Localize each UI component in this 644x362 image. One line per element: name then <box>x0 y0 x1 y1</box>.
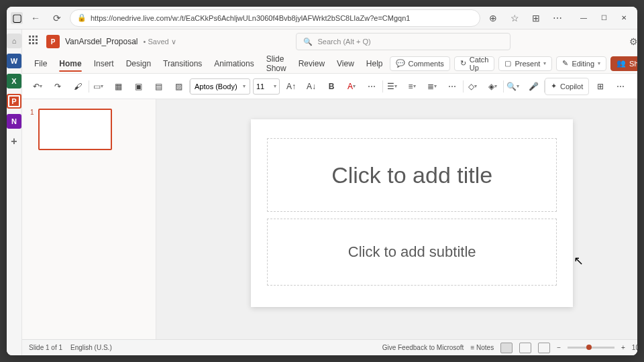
back-button[interactable]: ← <box>27 9 44 27</box>
numbering-button[interactable]: ≡▾ <box>403 78 421 95</box>
font-color-button[interactable]: A▾ <box>343 78 360 95</box>
sorter-view-button[interactable] <box>519 343 531 353</box>
zoom-out-button[interactable]: − <box>557 344 561 351</box>
close-button[interactable]: ✕ <box>614 9 633 27</box>
slide-1[interactable]: Click to add title Click to add subtitle <box>251 119 573 307</box>
zoom-in-button[interactable]: + <box>621 344 625 351</box>
rail-word-icon[interactable]: W <box>7 54 21 68</box>
read-aloud-icon[interactable]: ⊕ <box>484 9 502 27</box>
reset-button[interactable]: ▣ <box>129 78 147 95</box>
maximize-button[interactable]: ☐ <box>594 9 613 27</box>
more-commands-button[interactable]: ⋯ <box>612 78 629 95</box>
url-text: https://onedrive.live.com/w:/t/EaCKkPs6A… <box>91 14 410 22</box>
minimize-button[interactable]: ― <box>574 9 593 27</box>
document-title[interactable]: VanArsdel_Proposal <box>65 37 138 46</box>
pencil-icon: ✎ <box>562 59 568 68</box>
zoom-level[interactable]: 100% <box>632 344 637 351</box>
tab-help[interactable]: Help <box>361 56 388 71</box>
tab-view[interactable]: View <box>331 56 360 71</box>
rail-onenote-icon[interactable]: N <box>7 114 21 129</box>
title-placeholder[interactable]: Click to add title <box>267 138 557 212</box>
ribbon-toolbar: ↶▾ ↷ 🖌 ▭▾ ▦ ▣ ▤ ▨ Aptos (Body)▾ 11▾ A↑ A… <box>22 74 637 99</box>
picture-button[interactable]: ▨ <box>170 78 187 95</box>
designer-button[interactable]: ⊞ <box>592 78 609 95</box>
share-icon: 👥 <box>616 59 626 68</box>
find-button[interactable]: 🔍▾ <box>504 78 522 95</box>
editing-button[interactable]: ✎Editing▾ <box>556 56 606 71</box>
share-button[interactable]: 👥Share▾ <box>610 56 637 71</box>
tab-insert[interactable]: Insert <box>89 56 119 71</box>
format-painter-button[interactable]: 🖌 <box>69 78 87 95</box>
rail-add-icon[interactable]: + <box>7 134 21 149</box>
slide-canvas-area[interactable]: Click to add title Click to add subtitle <box>156 99 637 339</box>
zoom-slider[interactable] <box>568 347 614 349</box>
tab-design[interactable]: Design <box>121 56 156 71</box>
status-bar: Slide 1 of 1 English (U.S.) Give Feedbac… <box>22 339 637 355</box>
chevron-down-icon: ▾ <box>598 60 600 66</box>
browser-tab-favicon[interactable]: ▢ <box>11 12 23 24</box>
title-bar: P VanArsdel_Proposal • Saved ∨ 🔍 Search … <box>22 29 637 54</box>
undo-button[interactable]: ↶▾ <box>29 78 46 95</box>
normal-view-button[interactable] <box>500 343 513 353</box>
align-button[interactable]: ≣▾ <box>423 78 441 95</box>
tab-slideshow[interactable]: Slide Show <box>261 52 292 76</box>
shapes-button[interactable]: ◇▾ <box>464 78 481 95</box>
tab-transitions[interactable]: Transitions <box>158 56 207 71</box>
settings-icon[interactable]: ⚙ <box>629 36 637 47</box>
slide-counter[interactable]: Slide 1 of 1 <box>29 344 62 351</box>
address-bar[interactable]: 🔒 https://onedrive.live.com/w:/t/EaCKkPs… <box>70 9 480 27</box>
browser-toolbar: ▢ ← ⟳ 🔒 https://onedrive.live.com/w:/t/E… <box>7 7 637 29</box>
new-slide-button[interactable]: ▭▾ <box>89 78 107 95</box>
chevron-down-icon: ▾ <box>543 60 546 66</box>
bold-button[interactable]: B <box>323 78 340 95</box>
font-size-select[interactable]: 11▾ <box>253 78 280 95</box>
tab-home[interactable]: Home <box>54 56 87 71</box>
section-button[interactable]: ▤ <box>150 78 167 95</box>
copilot-icon: ✦ <box>551 82 557 90</box>
tab-review[interactable]: Review <box>293 56 330 71</box>
comment-icon: 💬 <box>396 59 405 68</box>
redo-button[interactable]: ↷ <box>49 78 66 95</box>
tab-animations[interactable]: Animations <box>209 56 259 71</box>
present-icon: ▢ <box>504 59 511 68</box>
app-launcher-icon[interactable] <box>29 36 41 48</box>
app-rail: ⌂ W X P N + <box>7 29 22 355</box>
powerpoint-logo: P <box>46 35 60 48</box>
tab-file[interactable]: File <box>29 56 52 71</box>
search-input[interactable]: 🔍 Search (Alt + Q) <box>296 33 511 50</box>
arrange-button[interactable]: ◈▾ <box>484 78 501 95</box>
font-family-select[interactable]: Aptos (Body)▾ <box>190 78 250 95</box>
lock-icon: 🔒 <box>77 13 87 22</box>
search-icon: 🔍 <box>303 38 313 46</box>
dictate-button[interactable]: 🎤 <box>525 78 542 95</box>
bullets-button[interactable]: ☰▾ <box>383 78 400 95</box>
more-font-button[interactable]: ⋯ <box>363 78 380 95</box>
decrease-font-button[interactable]: A↓ <box>303 78 320 95</box>
ribbon-tabs: File Home Insert Design Transitions Anim… <box>22 54 637 74</box>
slide-thumbnail-1[interactable] <box>38 109 112 150</box>
collections-icon[interactable]: ⊞ <box>527 9 545 27</box>
more-paragraph-button[interactable]: ⋯ <box>443 78 461 95</box>
comments-button[interactable]: 💬Comments <box>390 56 450 71</box>
thumbnail-number: 1 <box>30 109 34 150</box>
rail-home-icon[interactable]: ⌂ <box>7 34 21 48</box>
save-status[interactable]: • Saved ∨ <box>144 38 176 46</box>
rail-excel-icon[interactable]: X <box>7 74 21 88</box>
increase-font-button[interactable]: A↑ <box>282 78 300 95</box>
subtitle-placeholder[interactable]: Click to add subtitle <box>267 219 557 286</box>
rail-powerpoint-icon[interactable]: P <box>7 94 21 109</box>
language-indicator[interactable]: English (U.S.) <box>70 344 112 351</box>
reading-view-button[interactable] <box>538 343 550 353</box>
present-button[interactable]: ▢Present▾ <box>498 56 552 71</box>
favorite-icon[interactable]: ☆ <box>506 9 523 27</box>
search-placeholder: Search (Alt + Q) <box>318 38 371 46</box>
layout-button[interactable]: ▦ <box>109 78 127 95</box>
feedback-link[interactable]: Give Feedback to Microsoft <box>382 344 464 351</box>
catchup-button[interactable]: ↻Catch Up <box>454 56 495 71</box>
copilot-button[interactable]: ✦Copilot <box>545 78 589 95</box>
refresh-button[interactable]: ⟳ <box>48 9 66 27</box>
slide-thumbnail-panel: 1 <box>22 99 156 339</box>
notes-button[interactable]: ≡ Notes <box>470 344 494 351</box>
more-icon[interactable]: ⋯ <box>549 9 566 27</box>
catchup-icon: ↻ <box>460 59 466 68</box>
